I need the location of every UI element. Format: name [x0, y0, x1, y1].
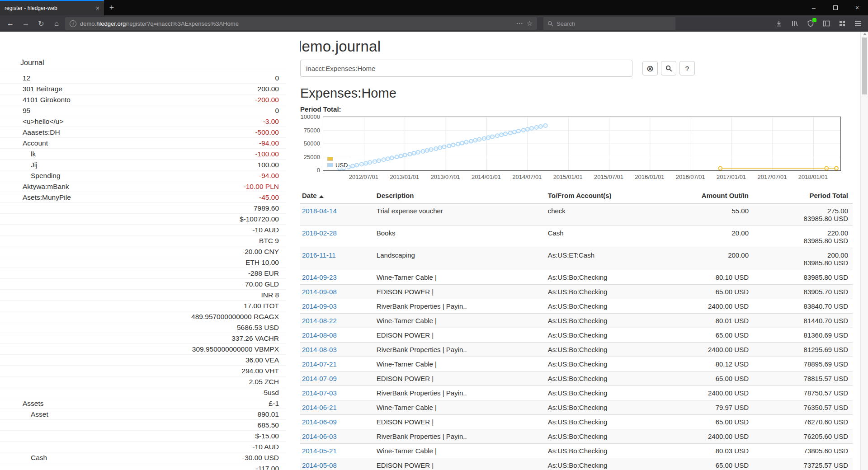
page-scrollbar[interactable] [860, 32, 868, 470]
table-row: 2014-08-08EDISON POWER |As:US:Bo:Checkin… [300, 328, 853, 343]
back-button[interactable]: ← [4, 17, 17, 30]
transaction-amount: 65.00 USD [659, 328, 753, 343]
account-name-link[interactable]: <u>hello</u> [0, 118, 64, 126]
home-button[interactable]: ⌂ [50, 17, 63, 30]
clear-query-button[interactable]: ⊗ [642, 61, 658, 75]
grid-apps-icon[interactable] [836, 17, 849, 30]
period-total-cell: 78815.57 USD [753, 371, 853, 386]
browser-tab[interactable]: register - hledger-web × [0, 0, 104, 15]
bookmark-star-icon[interactable]: ☆ [527, 19, 533, 28]
account-balance: 70.00 GLD [245, 280, 286, 288]
sidebar-account-row: -10 AUD [0, 225, 286, 235]
transaction-date-link[interactable]: 2014-06-03 [302, 432, 337, 440]
sidebar-account-row: $-100720.00 [0, 214, 286, 225]
table-row: 2014-05-08EDISON POWER |As:US:Bo:Checkin… [300, 458, 853, 470]
submit-search-button[interactable] [661, 61, 676, 75]
page-actions-icon[interactable]: ⋯ [516, 19, 523, 28]
column-header-account[interactable]: To/From Account(s) [543, 188, 660, 203]
x-axis-tick-label: 2012/07/01 [349, 174, 378, 180]
transaction-description: Wine-Tarner Cable | [372, 357, 543, 371]
period-total-cell: 81440.70 USD [753, 314, 853, 328]
account-name-link[interactable]: Account [0, 139, 48, 147]
transaction-description: EDISON POWER | [372, 415, 543, 429]
sidebar-journal-link[interactable]: Journal [0, 57, 286, 69]
transaction-date-link[interactable]: 2014-05-21 [302, 447, 337, 455]
transaction-date-link[interactable]: 2014-08-22 [302, 317, 337, 324]
transaction-date-link[interactable]: 2014-06-21 [302, 404, 337, 411]
scrollbar-thumb[interactable] [862, 38, 867, 94]
url-domain: hledger.org [96, 20, 126, 27]
sidebar-account-row: 7989.60 [0, 203, 286, 214]
transaction-date-link[interactable]: 2014-08-08 [302, 331, 337, 339]
transaction-description: RiverBank Properties | Payin.. [372, 429, 543, 444]
transaction-date-link[interactable]: 2016-11-11 [302, 251, 336, 259]
transaction-date-link[interactable]: 2014-07-09 [302, 375, 337, 382]
sidebar-account-row: 489.957000000000 RGAGX [0, 311, 286, 322]
account-name-link[interactable]: Spending [0, 172, 61, 180]
register-account-heading: Expenses:Home [300, 86, 853, 101]
window-close-button[interactable]: × [846, 0, 868, 15]
account-balance: £-1 [269, 400, 286, 408]
account-name-link[interactable]: Asset [0, 410, 48, 418]
account-name-link[interactable]: 301 Beiträge [0, 85, 62, 93]
tab-close-icon[interactable]: × [96, 5, 99, 12]
sidebar-toggle-icon[interactable] [820, 17, 833, 30]
transaction-date-link[interactable]: 2014-06-09 [302, 418, 337, 426]
account-name-link[interactable]: Asets:MunyPile [0, 193, 71, 202]
transaction-date-link[interactable]: 2014-09-08 [302, 288, 337, 296]
restore-icon [833, 5, 838, 10]
account-balance: 489.957000000000 RGAGX [191, 313, 286, 321]
column-header-amount[interactable]: Amount Out/In [659, 188, 753, 203]
sidebar-account-row: -10 AUD [0, 442, 286, 452]
column-header-total[interactable]: Period Total [753, 188, 853, 203]
column-header-date[interactable]: Date [300, 188, 372, 203]
forward-button[interactable]: → [19, 17, 33, 30]
extension-badge [812, 18, 816, 22]
period-total-cell: 83840.70 USD [753, 299, 853, 314]
transaction-description: Wine-Tarner Cable | [372, 314, 543, 328]
extension-shield-icon[interactable] [804, 17, 817, 30]
transaction-date-link[interactable]: 2014-07-03 [302, 389, 337, 397]
account-name-link[interactable]: Aaasets:DH [0, 128, 60, 136]
sidebar-account-row: Spending-94.00 [0, 170, 286, 181]
transaction-date-link[interactable]: 2018-02-28 [302, 229, 337, 237]
menu-icon[interactable] [852, 17, 864, 30]
account-name-link[interactable]: 4101 Girokonto [0, 96, 71, 104]
sidebar-account-row: -288 EUR [0, 268, 286, 279]
table-header-row: Date Description To/From Account(s) Amou… [300, 188, 853, 203]
reload-button[interactable]: ↻ [34, 17, 48, 30]
new-tab-button[interactable]: + [104, 0, 119, 15]
account-balance: 100.00 [258, 161, 286, 169]
account-name-link[interactable]: Assets [0, 400, 44, 408]
account-name-link[interactable]: lk [0, 150, 36, 158]
transaction-date-link[interactable]: 2014-07-21 [302, 360, 337, 368]
window-restore-button[interactable] [825, 0, 846, 15]
account-name-link[interactable]: Jij [0, 161, 38, 169]
account-balance: 5686.53 USD [237, 324, 286, 332]
account-name-link[interactable]: Cash [0, 454, 47, 462]
account-name-link[interactable]: 12 [0, 74, 30, 82]
downloads-icon[interactable] [773, 17, 785, 30]
account-name-link[interactable]: Aktywa:mBank [0, 183, 69, 191]
window-minimize-button[interactable]: – [803, 0, 825, 15]
account-balance: 36.00 VEA [245, 356, 286, 364]
library-icon[interactable] [788, 17, 801, 30]
sidebar-account-row: 5686.53 USD [0, 322, 286, 333]
query-input[interactable] [300, 60, 632, 77]
transaction-date-link[interactable]: 2014-09-03 [302, 302, 337, 310]
transaction-date-link[interactable]: 2018-04-14 [302, 207, 337, 215]
scroll-up-arrow-icon[interactable] [863, 33, 867, 35]
account-name-link[interactable]: 95 [0, 107, 30, 115]
browser-search-bar[interactable]: Search [543, 17, 675, 30]
transaction-date-link[interactable]: 2014-08-03 [302, 346, 337, 353]
account-balance: 7989.60 [254, 204, 286, 212]
account-balance: 0 [275, 74, 286, 82]
url-bar[interactable]: i demo.hledger.org/register?q=inacct%3AE… [65, 17, 537, 30]
column-header-description[interactable]: Description [372, 188, 543, 203]
sidebar-account-row: 309.950000000000 VBMPX [0, 344, 286, 355]
help-button[interactable]: ? [679, 61, 695, 75]
account-balance: 685.50 [258, 421, 286, 429]
transaction-date-link[interactable]: 2014-05-08 [302, 461, 337, 469]
site-info-icon[interactable]: i [70, 20, 76, 27]
transaction-date-link[interactable]: 2014-09-23 [302, 273, 337, 281]
